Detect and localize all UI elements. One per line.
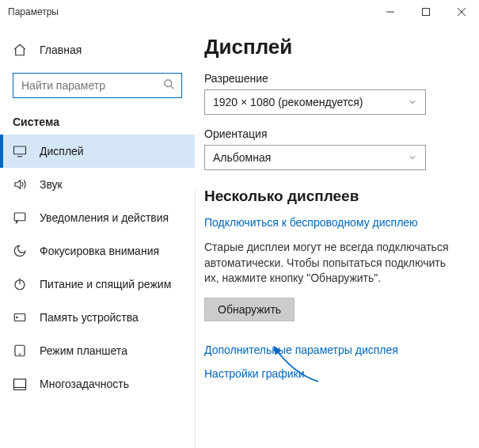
search-box[interactable]	[13, 73, 182, 98]
sidebar-item-focus[interactable]: Фокусировка внимания	[0, 234, 195, 268]
svg-rect-15	[14, 379, 26, 388]
sidebar-home-label: Главная	[40, 44, 82, 56]
graphics-settings-link[interactable]: Настройки графики	[204, 367, 463, 380]
sidebar-item-label: Многозадачность	[40, 378, 129, 390]
storage-icon	[13, 310, 27, 325]
svg-rect-8	[14, 213, 25, 221]
svg-rect-1	[422, 9, 429, 16]
orientation-select[interactable]: Альбомная	[204, 145, 426, 170]
power-icon	[13, 277, 27, 291]
sidebar: Главная Система Дисплей	[0, 24, 195, 448]
sidebar-item-storage[interactable]: Память устройства	[0, 301, 195, 334]
sidebar-item-label: Дисплей	[40, 145, 84, 158]
search-icon	[163, 78, 175, 93]
page-title: Дисплей	[204, 35, 463, 59]
main-content: Дисплей Разрешение 1920 × 1080 (рекоменд…	[195, 24, 479, 448]
sidebar-item-label: Режим планшета	[40, 344, 127, 357]
sidebar-item-power[interactable]: Питание и спящий режим	[0, 268, 195, 301]
sidebar-item-label: Фокусировка внимания	[40, 245, 159, 257]
detect-button-label: Обнаружить	[218, 303, 281, 316]
close-button[interactable]	[443, 0, 479, 24]
detect-button[interactable]: Обнаружить	[204, 298, 295, 321]
chevron-down-icon	[408, 97, 417, 107]
window-controls	[372, 0, 479, 24]
orientation-value: Альбомная	[213, 151, 271, 164]
sidebar-item-label: Память устройства	[40, 311, 139, 324]
svg-line-5	[170, 85, 173, 89]
svg-rect-6	[14, 146, 26, 154]
chevron-down-icon	[408, 153, 417, 162]
tablet-icon	[13, 344, 27, 358]
notifications-icon	[13, 211, 27, 225]
sound-icon	[13, 177, 27, 192]
svg-point-4	[165, 80, 172, 87]
titlebar: Параметры	[0, 0, 479, 24]
sidebar-item-notifications[interactable]: Уведомления и действия	[0, 201, 195, 234]
orientation-label: Ориентация	[204, 127, 463, 140]
divider	[195, 190, 196, 448]
sidebar-item-multitask[interactable]: Многозадачность	[0, 367, 195, 401]
sidebar-item-tablet[interactable]: Режим планшета	[0, 334, 195, 367]
focus-icon	[13, 244, 27, 258]
multitask-icon	[13, 377, 27, 391]
multiple-displays-title: Несколько дисплеев	[204, 188, 463, 205]
sidebar-item-sound[interactable]: Звук	[0, 168, 195, 201]
display-icon	[13, 144, 27, 158]
sidebar-item-display[interactable]: Дисплей	[0, 135, 195, 168]
maximize-button[interactable]	[408, 0, 443, 24]
sidebar-item-label: Питание и спящий режим	[40, 278, 171, 290]
wireless-display-link[interactable]: Подключиться к беспроводному дисплею	[204, 216, 463, 229]
minimize-button[interactable]	[372, 0, 408, 24]
resolution-label: Разрешение	[204, 72, 463, 85]
search-input[interactable]	[20, 78, 163, 93]
home-icon	[13, 43, 27, 57]
sidebar-item-label: Уведомления и действия	[40, 211, 169, 224]
detect-note: Старые дисплеи могут не всегда подключат…	[204, 240, 458, 287]
sidebar-item-label: Звук	[40, 178, 63, 191]
sidebar-home[interactable]: Главная	[0, 35, 195, 65]
svg-point-12	[17, 317, 18, 318]
advanced-display-link[interactable]: Дополнительные параметры дисплея	[204, 344, 463, 356]
resolution-select[interactable]: 1920 × 1080 (рекомендуется)	[204, 89, 426, 115]
sidebar-section-title: Система	[0, 108, 195, 135]
resolution-value: 1920 × 1080 (рекомендуется)	[213, 96, 363, 108]
window-title: Параметры	[8, 6, 59, 17]
